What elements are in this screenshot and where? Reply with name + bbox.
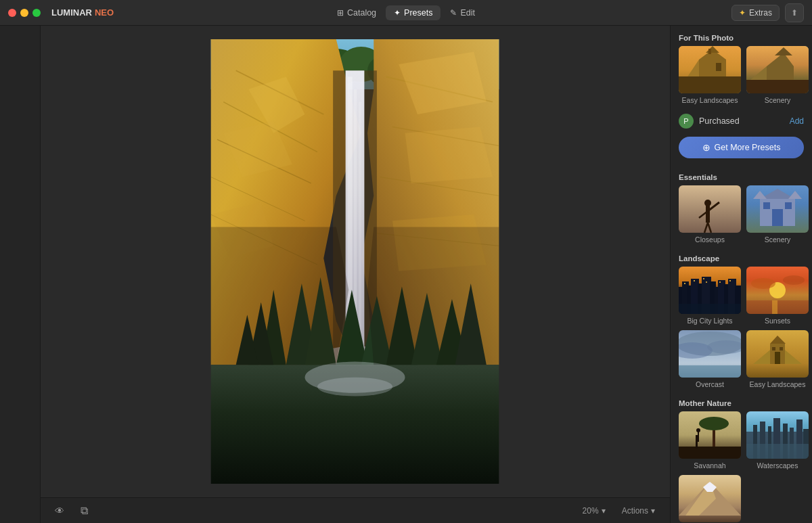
closeups-label: Closeups xyxy=(679,235,741,244)
presets-label: Presets xyxy=(404,8,432,18)
maximize-button[interactable] xyxy=(32,9,41,17)
big-city-lights-thumbnail xyxy=(679,267,741,314)
edit-nav-button[interactable]: ✎ Edit xyxy=(442,5,483,20)
actions-chevron-icon: ▾ xyxy=(651,506,655,516)
presets-icon: ✦ xyxy=(394,8,401,18)
catalog-icon: ⊞ xyxy=(337,8,344,18)
purchased-label: Purchased xyxy=(699,116,784,126)
add-button[interactable]: Add xyxy=(790,116,804,126)
essentials-grid: Closeups xyxy=(671,185,812,246)
share-icon: ⬆ xyxy=(791,8,798,18)
extras-button[interactable]: ✦ Extras xyxy=(731,5,780,21)
titlebar-nav: ⊞ Catalog ✦ Presets ✎ Edit xyxy=(329,5,483,20)
catalog-label: Catalog xyxy=(347,8,376,18)
for-this-photo-row: Easy Landscapes xyxy=(671,46,812,110)
list-item[interactable]: Scenery xyxy=(746,185,809,244)
list-item[interactable]: Sunsets xyxy=(746,267,809,325)
svg-rect-97 xyxy=(772,300,777,314)
closeups-thumbnail xyxy=(679,185,741,233)
app-logo: LUMINAR NEO xyxy=(51,7,114,18)
svg-rect-50 xyxy=(716,63,721,71)
main-content: 👁 ⧉ 20% ▾ Actions ▾ For This Photo xyxy=(0,26,812,523)
list-item[interactable]: Easy Landscapes xyxy=(746,330,809,388)
presets-panel: For This Photo xyxy=(670,26,812,523)
list-item[interactable]: Overcast xyxy=(679,330,741,388)
left-sidebar xyxy=(0,26,41,523)
scenery-essentials-label: Scenery xyxy=(746,235,809,244)
zoom-selector[interactable]: 20% ▾ xyxy=(579,505,610,517)
list-item: Scenery xyxy=(746,46,809,104)
svg-marker-44 xyxy=(367,227,499,365)
logo-luminar-text: LUMINAR xyxy=(51,7,92,18)
extras-label: Extras xyxy=(749,8,772,18)
svg-marker-51 xyxy=(679,76,741,93)
svg-rect-85 xyxy=(684,283,685,284)
overcast-thumbnail xyxy=(679,330,741,378)
waterscapes-thumbnail xyxy=(746,411,809,459)
svg-rect-89 xyxy=(719,281,721,283)
svg-rect-115 xyxy=(698,432,699,442)
compare-button[interactable]: ⧉ xyxy=(76,503,92,519)
savannah-thumbnail xyxy=(679,411,741,459)
titlebar-right: ✦ Extras ⬆ xyxy=(731,3,804,22)
get-more-presets-button[interactable]: ⊕ Get More Presets xyxy=(679,137,804,158)
purchased-row: P Purchased Add xyxy=(671,110,812,133)
titlebar-left: LUMINAR NEO xyxy=(8,7,114,18)
svg-rect-88 xyxy=(706,281,707,283)
edit-label: Edit xyxy=(460,8,475,18)
svg-rect-109 xyxy=(775,352,780,364)
actions-button[interactable]: Actions ▾ xyxy=(618,505,659,517)
easy-landscapes-label: Easy Landscapes xyxy=(679,96,741,104)
scenery-label: Scenery xyxy=(746,96,809,104)
scenery-essentials-thumbnail xyxy=(746,185,809,233)
list-item[interactable]: Waterscapes xyxy=(746,411,809,470)
svg-rect-107 xyxy=(772,347,775,350)
close-button[interactable] xyxy=(8,9,16,17)
zoom-level: 20% xyxy=(583,506,599,516)
svg-rect-108 xyxy=(780,347,783,350)
svg-rect-71 xyxy=(785,202,792,209)
minimize-button[interactable] xyxy=(20,9,28,17)
eye-icon: 👁 xyxy=(55,505,64,516)
list-item[interactable]: Closeups xyxy=(679,185,741,244)
photo-area: 👁 ⧉ 20% ▾ Actions ▾ xyxy=(41,26,670,523)
catalog-nav-button[interactable]: ⊞ Catalog xyxy=(329,5,384,20)
svg-rect-69 xyxy=(772,209,783,226)
mother-nature-label: Mother Nature xyxy=(671,391,812,411)
svg-rect-114 xyxy=(696,435,698,449)
logo-neo-text: NEO xyxy=(95,7,114,18)
savannah-label: Savannah xyxy=(679,461,741,470)
sunsets-label: Sunsets xyxy=(746,317,809,325)
easy-landscapes2-thumbnail xyxy=(746,330,809,378)
svg-point-42 xyxy=(317,378,392,396)
svg-point-116 xyxy=(696,428,700,432)
list-item: Easy Landscapes xyxy=(679,46,741,104)
svg-rect-27 xyxy=(359,102,362,340)
list-item[interactable]: Mountains xyxy=(679,475,741,523)
mountain-thumbnail xyxy=(679,475,741,522)
photo-toolbar: 👁 ⧉ 20% ▾ Actions ▾ xyxy=(41,497,670,523)
svg-rect-56 xyxy=(746,80,809,93)
purchased-letter: P xyxy=(683,117,688,125)
scenery-thumbnail[interactable] xyxy=(746,46,809,93)
waterfall-photo xyxy=(210,39,499,484)
svg-rect-87 xyxy=(703,278,704,279)
eye-button[interactable]: 👁 xyxy=(51,503,68,519)
traffic-lights xyxy=(8,9,41,17)
for-this-photo-label: For This Photo xyxy=(671,26,812,46)
mother-nature-grid: Savannah xyxy=(671,411,812,523)
big-city-lights-label: Big City Lights xyxy=(679,317,741,325)
landscape-grid: Big City Lights xyxy=(671,267,812,391)
purchased-icon: P xyxy=(679,114,694,129)
svg-rect-113 xyxy=(679,447,741,459)
sunsets-thumbnail xyxy=(746,267,809,314)
svg-rect-90 xyxy=(729,280,731,281)
share-button[interactable]: ⬆ xyxy=(785,3,804,22)
extras-star-icon: ✦ xyxy=(739,8,746,18)
easy-landscapes-thumbnail[interactable] xyxy=(679,46,741,93)
list-item[interactable]: Big City Lights xyxy=(679,267,741,325)
presets-nav-button[interactable]: ✦ Presets xyxy=(386,5,441,20)
svg-rect-49 xyxy=(708,49,711,54)
svg-point-95 xyxy=(783,275,805,285)
list-item[interactable]: Savannah xyxy=(679,411,741,470)
